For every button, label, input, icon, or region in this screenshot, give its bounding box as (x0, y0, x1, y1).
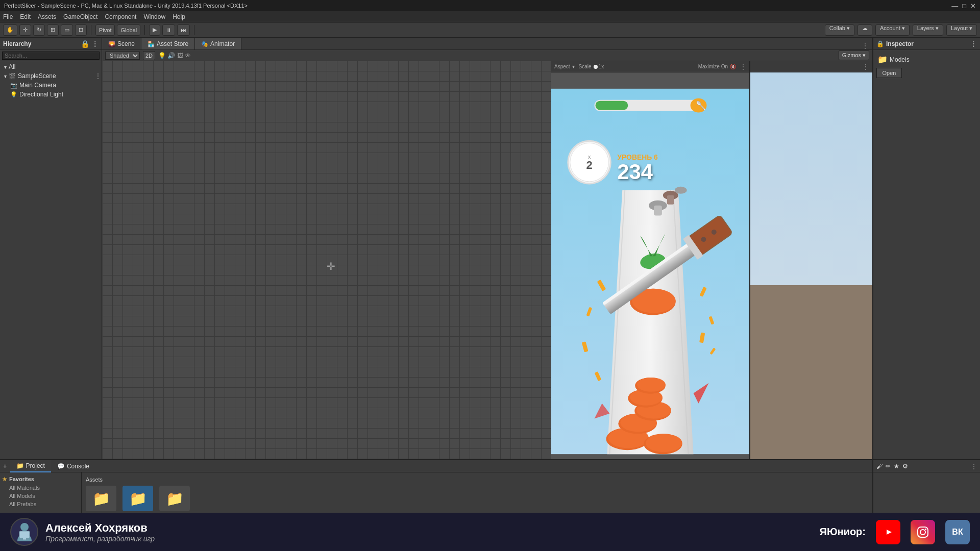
scene-arrow-icon: ▾ (4, 73, 7, 79)
scale-tool-button[interactable]: ⊞ (47, 24, 59, 36)
hierarchy-header: Hierarchy 🔒 ⋮ (0, 38, 102, 50)
mute-icon[interactable]: 🔇 (730, 64, 736, 69)
aspect-label: Aspect (554, 64, 570, 69)
projection-button[interactable]: 2D (143, 51, 155, 60)
toolbar-separator-3 (194, 25, 194, 35)
close-button[interactable]: ✕ (970, 2, 976, 10)
scene-tab[interactable]: 🌄 Scene (102, 38, 141, 49)
maximize-on-label[interactable]: Maximize On (698, 64, 728, 69)
branding-name: Алексей Хохряков (45, 521, 820, 535)
play-button[interactable]: ▶ (149, 24, 160, 36)
svg-point-17 (646, 434, 682, 452)
console-tab[interactable]: 💬 Console (51, 460, 95, 472)
settings-icon[interactable]: ⚙ (902, 463, 908, 470)
svg-point-25 (637, 378, 666, 392)
layers-button[interactable]: Layers ▾ (913, 24, 943, 36)
title-bar-controls[interactable]: — □ ✕ (951, 2, 976, 10)
menu-file[interactable]: File (3, 13, 13, 20)
favorites-prefabs[interactable]: All Prefabs (2, 500, 79, 508)
global-button[interactable]: Global (117, 24, 140, 36)
scene-game-area: ✛ Aspect ▾ Scale 1x Maximize On 🔇 ⋮ (102, 61, 872, 459)
camera-icon: 📷 (10, 82, 17, 89)
inspector-lock-icon[interactable]: 🔒 (876, 40, 884, 47)
svg-text:234: 234 (617, 160, 653, 184)
scale-label: Scale (579, 64, 592, 69)
scene-viewport[interactable]: ✛ (102, 61, 551, 459)
favorites-models[interactable]: All Models (2, 492, 79, 500)
cloud-button[interactable]: ☁ (857, 24, 872, 36)
menu-window[interactable]: Window (143, 13, 165, 20)
youtube-button[interactable] (876, 520, 900, 544)
hierarchy-item-maincamera[interactable]: 📷 Main Camera (0, 81, 102, 90)
menu-bar: File Edit Assets GameObject Component Wi… (0, 11, 980, 22)
branding-bar: Алексей Хохряков Программист, разработчи… (0, 513, 980, 551)
hierarchy-title: Hierarchy (3, 40, 81, 47)
rotate-tool-button[interactable]: ↻ (33, 24, 45, 36)
star-icon[interactable]: ★ (894, 463, 899, 470)
inspector-folder-label: Models (890, 56, 910, 63)
right-view-more[interactable]: ⋮ (862, 63, 869, 71)
hierarchy-more-icon[interactable]: ⋮ (91, 40, 99, 48)
svg-rect-42 (596, 101, 628, 110)
folder-icon: 📁 (877, 55, 888, 64)
directionallight-label: Directional Light (19, 91, 63, 98)
bottom-inspector-toolbar: 🖌 ✏ ★ ⚙ ⋮ (873, 460, 980, 472)
hierarchy-item-all[interactable]: ▾ All (0, 62, 102, 71)
scene-icon: 🎬 (9, 73, 16, 80)
account-button[interactable]: Account ▾ (875, 24, 910, 36)
hand-tool-button[interactable]: ✋ (3, 24, 17, 36)
scene-more-icon[interactable]: ⋮ (94, 72, 102, 80)
toolbar-right: Collab ▾ ☁ Account ▾ Layers ▾ Layout ▾ (825, 24, 977, 36)
shade-mode-select[interactable]: Shaded (105, 52, 140, 60)
hierarchy-item-samplescene[interactable]: ▾ 🎬 SampleScene ⋮ (0, 71, 102, 81)
gizmos-button[interactable]: Gizmos ▾ (839, 51, 869, 60)
maximize-button[interactable]: □ (962, 2, 966, 10)
bottom-inspector-more[interactable]: ⋮ (971, 463, 977, 470)
asset-store-tab[interactable]: 🏪 Asset Store (141, 38, 195, 49)
favorites-materials[interactable]: All Materials (2, 484, 79, 492)
move-tool-button[interactable]: ✛ (19, 24, 31, 36)
hierarchy-lock-icon[interactable]: 🔒 (81, 40, 89, 48)
collab-button[interactable]: Collab ▾ (825, 24, 854, 36)
menu-assets[interactable]: Assets (38, 13, 56, 20)
scale-icon: ▾ (572, 64, 575, 69)
youtube-icon (881, 527, 895, 537)
game-header-more[interactable]: ⋮ (740, 63, 746, 70)
project-tab-icon: 📁 (16, 462, 24, 469)
pencil-icon[interactable]: ✏ (886, 463, 891, 470)
menu-help[interactable]: Help (173, 13, 185, 20)
animator-icon: 🎭 (201, 41, 208, 47)
branding-right: ЯЮниор: ВК (820, 520, 970, 544)
scene-more-icon[interactable]: ⋮ (862, 42, 868, 49)
hierarchy-header-icons: 🔒 ⋮ (81, 40, 99, 48)
hierarchy-search-input[interactable] (2, 52, 100, 60)
scale-value: 1x (599, 64, 604, 69)
pivot-button[interactable]: Pivot (95, 24, 115, 36)
layout-button[interactable]: Layout ▾ (946, 24, 977, 36)
add-folder-button[interactable]: + (0, 462, 10, 470)
svg-rect-32 (667, 195, 674, 205)
console-tab-label: Console (67, 463, 89, 470)
svg-point-58 (920, 530, 925, 535)
transform-tool-button[interactable]: ⊡ (75, 24, 87, 36)
project-tab[interactable]: 📁 Project (10, 460, 51, 472)
pause-button[interactable]: ⏸ (162, 24, 175, 36)
menu-edit[interactable]: Edit (20, 13, 31, 20)
game-panel-header: Aspect ▾ Scale 1x Maximize On 🔇 ⋮ (551, 61, 749, 72)
hierarchy-item-directionallight[interactable]: 💡 Directional Light (0, 90, 102, 99)
menu-component[interactable]: Component (105, 13, 136, 20)
animator-tab[interactable]: 🎭 Animator (195, 38, 241, 49)
rect-tool-button[interactable]: ▭ (61, 24, 73, 36)
open-button[interactable]: Open (876, 68, 902, 78)
inspector-more-icon[interactable]: ⋮ (970, 40, 977, 48)
paint-icon[interactable]: 🖌 (876, 463, 883, 470)
asset-store-icon: 🏪 (148, 41, 155, 47)
toolbar: ✋ ✛ ↻ ⊞ ▭ ⊡ Pivot Global ▶ ⏸ ⏭ Collab ▾ … (0, 22, 980, 38)
minimize-button[interactable]: — (951, 2, 958, 10)
vk-button[interactable]: ВК (945, 520, 970, 544)
menu-gameobject[interactable]: GameObject (63, 13, 97, 20)
svg-text:🥄: 🥄 (696, 101, 706, 110)
step-button[interactable]: ⏭ (177, 24, 190, 36)
instagram-icon (917, 526, 929, 538)
instagram-button[interactable] (911, 520, 935, 544)
